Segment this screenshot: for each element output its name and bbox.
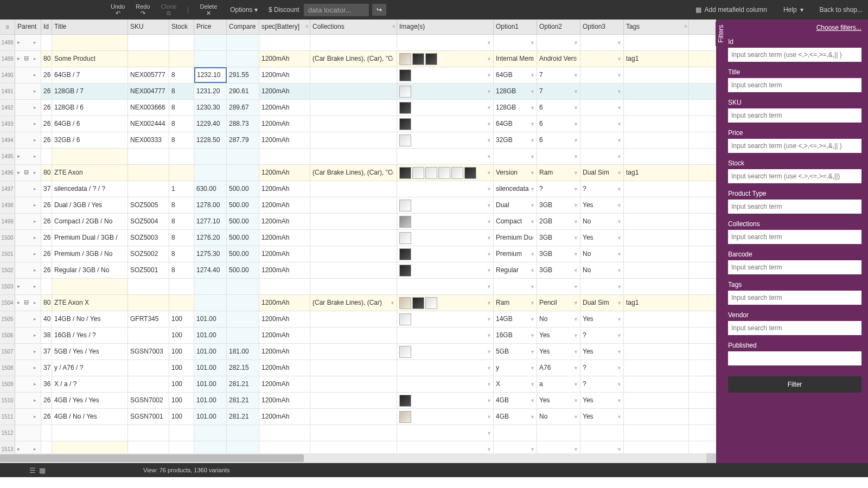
dropdown-icon[interactable]: ▼ [573,317,578,322]
dropdown-icon[interactable]: ▼ [573,300,578,306]
image-thumbnail[interactable] [464,167,476,179]
cell-sku[interactable]: GFRT345 [128,311,169,327]
cell-option1[interactable]: Internal Mem▼ [494,51,537,67]
tree-expand[interactable]: ▸⊟▸ [15,165,41,181]
dropdown-icon[interactable]: ▼ [530,219,535,224]
cell-title[interactable]: 32GB / 6 [52,132,128,148]
col-menu-icon[interactable]: ≡ [392,23,395,29]
table-row[interactable]: 1492▸26128GB / 6NEX00366681230.30289.671… [0,100,716,116]
cell-images[interactable]: ▼ [397,279,494,294]
image-thumbnail[interactable] [399,134,411,146]
col-title[interactable]: Title [52,20,128,34]
cell-id[interactable]: 80 [41,295,52,311]
cell-option2[interactable]: ▼ [537,441,580,453]
dropdown-icon[interactable]: ▼ [617,235,622,241]
cell-spec[interactable]: 1200mAh [259,181,310,197]
cell-compare[interactable]: 500.00 [227,230,259,246]
cell-images[interactable]: ▼ [397,132,494,148]
dropdown-icon[interactable]: ▼ [530,300,535,306]
filter-input-tags[interactable] [728,291,861,305]
image-thumbnail[interactable] [425,297,437,309]
cell-id[interactable]: 26 [41,84,52,99]
col-compare[interactable]: Compare [227,20,259,34]
table-row[interactable]: 1498▸26Dual / 3GB / YesSOZ500581278.0050… [0,197,716,214]
cell-title[interactable]: 4GB / Yes / Yes [52,393,128,408]
cell-option2[interactable]: Pencil▼ [537,295,580,311]
cell-images[interactable]: ▼ [397,197,494,213]
cell-id[interactable]: 26 [41,116,52,132]
cell-collections[interactable]: (Car Brake Lines), (Car), "C▼ [310,165,397,181]
cell-spec[interactable]: 1200mAh [259,165,310,181]
cell-stock[interactable]: 8 [169,132,194,148]
dropdown-icon[interactable]: ▼ [573,235,578,241]
cell-title[interactable] [52,441,128,453]
dropdown-icon[interactable]: ▼ [573,268,578,273]
dropdown-icon[interactable]: ▼ [487,414,492,420]
cell-option1[interactable]: 16GB▼ [494,328,537,343]
cell-sku[interactable]: SGSN7003 [128,344,169,359]
dropdown-icon[interactable]: ▼ [617,154,622,159]
cell-spec[interactable]: 1200mAh [259,67,310,83]
dropdown-icon[interactable]: ▼ [617,219,622,224]
redo-button[interactable]: Redo↷ [133,2,152,17]
cell-option3[interactable]: No▼ [580,246,624,262]
add-metafield-button[interactable]: ▦Add metafield column [695,6,767,14]
dropdown-icon[interactable]: ▼ [487,431,492,436]
dropdown-icon[interactable]: ▼ [617,187,622,192]
dropdown-icon[interactable]: ▼ [617,89,622,94]
cell-sku[interactable]: SGSN7002 [128,393,169,408]
dropdown-icon[interactable]: ▼ [487,365,492,371]
cell-tags[interactable] [624,441,689,453]
cell-option1[interactable]: ▼ [494,149,537,164]
cell-stock[interactable] [169,441,194,453]
cell-compare[interactable]: 500.00 [227,181,259,197]
cell-option1[interactable]: 5GB▼ [494,344,537,359]
dropdown-icon[interactable]: ▼ [573,138,578,143]
col-option3[interactable]: Option3 [580,20,624,34]
cell-price[interactable]: 101.00 [194,360,227,376]
cell-spec[interactable] [259,425,310,441]
dropdown-icon[interactable]: ▼ [530,73,535,78]
cell-id[interactable]: 37 [41,344,52,359]
cell-stock[interactable]: 100 [169,409,194,425]
col-images[interactable]: Image(s) [397,20,494,34]
cell-option1[interactable] [494,425,537,441]
dropdown-icon[interactable]: ▼ [530,284,535,290]
cell-price[interactable]: 1278.00 [194,197,227,213]
cell-price[interactable]: 101.00 [194,393,227,408]
dropdown-icon[interactable]: ▼ [530,382,535,387]
image-thumbnail[interactable] [399,297,411,309]
cell-collections[interactable] [310,328,397,343]
dropdown-icon[interactable]: ▼ [530,235,535,241]
cell-compare[interactable]: 181.00 [227,344,259,359]
dropdown-icon[interactable]: ▼ [487,40,492,46]
dropdown-icon[interactable]: ▼ [530,121,535,127]
dropdown-icon[interactable]: ▼ [487,73,492,78]
tree-expand[interactable]: ▸ [15,311,41,327]
dropdown-icon[interactable]: ▼ [617,284,622,290]
dropdown-icon[interactable]: ▼ [573,414,578,420]
cell-collections[interactable] [310,181,397,197]
cell-tags[interactable] [624,181,689,197]
cell-option3[interactable]: Yes▼ [580,230,624,246]
dropdown-icon[interactable]: ▼ [573,56,578,62]
image-thumbnail[interactable] [425,167,437,179]
cell-option1[interactable]: silencedata▼ [494,181,537,197]
cell-title[interactable]: Premium / 3GB / No [52,246,128,262]
cell-option1[interactable]: 64GB▼ [494,116,537,132]
cell-price[interactable]: 1231.20 [194,84,227,99]
dropdown-icon[interactable]: ▼ [573,203,578,208]
tree-expand[interactable]: ▸▸ [15,279,41,294]
dropdown-icon[interactable]: ▼ [530,365,535,371]
dropdown-icon[interactable]: ▼ [617,382,622,387]
cell-tags[interactable] [624,425,689,441]
image-thumbnail[interactable] [399,248,411,260]
tree-expand[interactable]: ▸▸ [15,35,41,50]
cell-images[interactable]: ▼ [397,67,494,83]
cell-stock[interactable]: 8 [169,84,194,99]
cell-tags[interactable] [624,344,689,359]
dropdown-icon[interactable]: ▼ [487,89,492,94]
dropdown-icon[interactable]: ▼ [487,300,492,306]
cell-spec[interactable]: 1200mAh [259,100,310,115]
cell-option2[interactable]: 6▼ [537,116,580,132]
